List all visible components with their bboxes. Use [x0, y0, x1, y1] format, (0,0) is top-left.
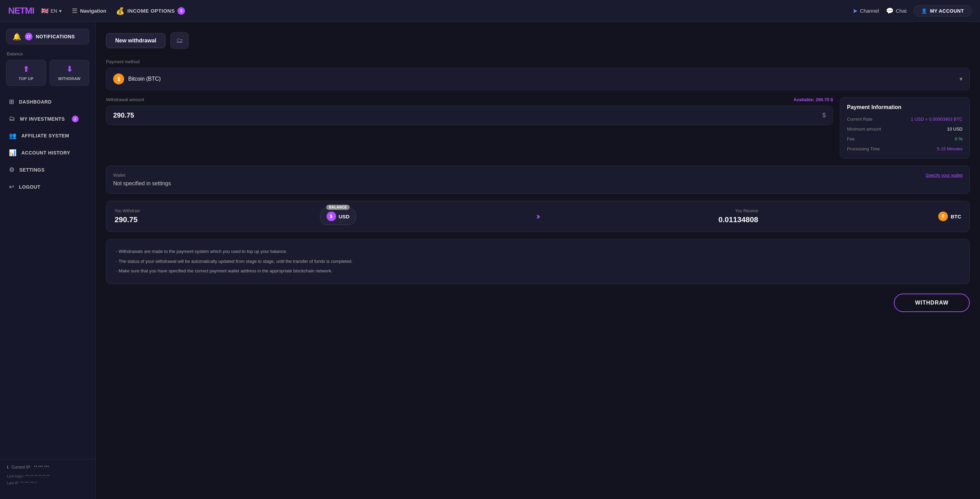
arrow-up-icon: ⬆ [23, 65, 29, 74]
tabs: New withdrawal 🗂 [106, 32, 970, 49]
withdrawal-amount-section: Withdrawal amount Available: 290.75 $ 29… [106, 97, 833, 125]
btc-icon: ₿ [938, 211, 948, 221]
top-up-button[interactable]: ⬆ TOP UP [6, 60, 46, 86]
processing-time-label: Processing Time [847, 146, 880, 151]
processing-time-value: 5-15 Minutes [937, 146, 963, 151]
sidebar-item-my-investments[interactable]: 🗂 MY INVESTMENTS 2 [3, 111, 92, 126]
menu-icon: ☰ [72, 7, 77, 15]
notifications-button[interactable]: 🔔 17 NOTIFICATIONS [6, 29, 89, 44]
main-content: New withdrawal 🗂 Payment method ₿ Bitcoi… [96, 22, 980, 499]
fee-row: Fee 0 % [847, 137, 963, 141]
chat-icon: 💬 [886, 7, 894, 15]
sidebar-item-label: ACCOUNT HISTORY [22, 150, 70, 156]
you-withdraw-value: 290.75 [115, 215, 140, 224]
investments-icon: 🗂 [9, 115, 15, 122]
payment-info-card: Payment Information Current Rate 1 USD =… [840, 97, 970, 159]
sidebar-item-label: LOGOUT [19, 184, 41, 190]
current-rate-row: Current Rate 1 USD = 0.00003903 BTC [847, 116, 963, 122]
withdraw-submit-button[interactable]: WITHDRAW [894, 294, 970, 312]
send-icon: ➤ [853, 7, 858, 15]
logout-icon: ↩ [9, 183, 14, 191]
history-tab-icon[interactable]: 🗂 [170, 32, 189, 49]
income-icon: 💰 [116, 7, 125, 15]
wallet-value: Not specified in settings [113, 180, 963, 187]
you-withdraw-section: You Withdraw 290.75 [115, 208, 140, 224]
sidebar-item-label: MY INVESTMENTS [20, 116, 65, 122]
payment-method-select[interactable]: ₿ Bitcoin (BTC) ▾ [106, 68, 970, 90]
nav-menu: ⊞ DASHBOARD 🗂 MY INVESTMENTS 2 👥 AFFILIA… [0, 94, 95, 459]
sidebar-footer: ℹ Current IP: **.***.***. Last login: **… [0, 459, 95, 492]
usd-label: USD [339, 214, 350, 219]
you-receive-value: 0.01134808 [718, 215, 758, 224]
you-receive-section: You Receive 0.01134808 [718, 208, 758, 224]
usd-icon: $ [326, 211, 336, 221]
chat-button[interactable]: 💬 Chat [886, 7, 907, 15]
current-rate-label: Current Rate [847, 116, 872, 122]
income-options-button[interactable]: 💰 INCOME OPTIONS 3 [116, 7, 185, 15]
investments-badge: 2 [72, 116, 79, 122]
info-icon: ℹ [7, 465, 8, 470]
bell-icon: 🔔 [13, 32, 22, 41]
navigation-button[interactable]: ☰ Navigation [72, 7, 107, 15]
conversion-box: You Withdraw 290.75 BALANCE $ USD ››› Yo… [106, 200, 970, 232]
current-ip: ℹ Current IP: **.***.***. [7, 465, 89, 470]
wallet-card: Wallet Specify your wallet Not specified… [106, 165, 970, 194]
sidebar: 🔔 17 NOTIFICATIONS Balance ⬆ TOP UP ⬇ WI… [0, 22, 96, 499]
available-amount: Available: 290.75 $ [794, 97, 833, 102]
info-item-3: Make sure that you have specified the co… [116, 266, 960, 276]
minimum-amount-label: Minimum amount [847, 126, 881, 132]
sidebar-item-label: DASHBOARD [19, 99, 52, 105]
nav-label: Navigation [80, 8, 107, 14]
dashboard-icon: ⊞ [9, 98, 14, 106]
btc-currency-badge: ₿ BTC [938, 211, 961, 221]
header-right: ➤ Channel 💬 Chat 👤 MY ACCOUNT [853, 5, 972, 17]
my-account-button[interactable]: 👤 MY ACCOUNT [913, 5, 972, 17]
withdraw-label: WITHDRAW [58, 76, 81, 81]
tab-new-withdrawal[interactable]: New withdrawal [106, 33, 165, 48]
logo: NETMI [8, 5, 34, 16]
withdraw-button[interactable]: ⬇ WITHDRAW [49, 60, 89, 86]
flag-icon: 🇬🇧 [41, 7, 49, 15]
sidebar-item-affiliate-system[interactable]: 👥 AFFILIATE SYSTEM [3, 128, 92, 143]
you-receive-label: You Receive [735, 208, 758, 213]
chevron-down-icon: ▾ [59, 8, 62, 14]
chevron-down-icon: ▾ [959, 75, 963, 83]
current-rate-value: 1 USD = 0.00003903 BTC [911, 116, 963, 122]
income-badge: 3 [177, 7, 185, 15]
sidebar-item-settings[interactable]: ⚙ SETTINGS [3, 162, 92, 178]
info-list: Withdrawals are made to the payment syst… [106, 239, 970, 284]
top-up-label: TOP UP [19, 76, 33, 81]
sidebar-item-logout[interactable]: ↩ LOGOUT [3, 179, 92, 195]
payment-method-label: Payment method [106, 59, 970, 64]
wallet-label: Wallet [113, 173, 126, 178]
dollar-icon: $ [822, 112, 826, 119]
lang-selector[interactable]: 🇬🇧 EN ▾ [41, 7, 62, 15]
you-withdraw-label: You Withdraw [115, 208, 140, 213]
btc-label: BTC [951, 214, 961, 219]
amount-input-box[interactable]: 290.75 $ [106, 106, 833, 125]
layout: 🔔 17 NOTIFICATIONS Balance ⬆ TOP UP ⬇ WI… [0, 0, 980, 499]
user-icon: 👤 [921, 8, 928, 14]
notifications-label: NOTIFICATIONS [36, 34, 75, 39]
header: NETMI 🇬🇧 EN ▾ ☰ Navigation 💰 INCOME OPTI… [0, 0, 980, 22]
sidebar-item-label: SETTINGS [19, 167, 45, 173]
info-item-1: Withdrawals are made to the payment syst… [116, 247, 960, 257]
notifications-badge: 17 [25, 33, 32, 40]
balance-badge: BALANCE [326, 205, 350, 210]
specify-wallet-link[interactable]: Specify your wallet [926, 173, 963, 178]
payment-method-value: Bitcoin (BTC) [128, 76, 955, 82]
my-account-label: MY ACCOUNT [930, 8, 964, 14]
balance-actions: ⬆ TOP UP ⬇ WITHDRAW [0, 60, 95, 86]
usd-currency-badge: BALANCE $ USD [320, 208, 356, 225]
channel-button[interactable]: ➤ Channel [853, 7, 879, 15]
sidebar-item-account-history[interactable]: 📊 ACCOUNT HISTORY [3, 145, 92, 161]
minimum-amount-row: Minimum amount 10 USD [847, 126, 963, 132]
fee-label: Fee [847, 137, 854, 141]
minimum-amount-value: 10 USD [947, 126, 963, 132]
left-column: Withdrawal amount Available: 290.75 $ 29… [106, 97, 833, 159]
balance-label: Balance [0, 51, 95, 56]
withdrawal-amount-label: Withdrawal amount [106, 97, 144, 102]
sidebar-item-dashboard[interactable]: ⊞ DASHBOARD [3, 94, 92, 110]
processing-time-row: Processing Time 5-15 Minutes [847, 146, 963, 151]
login-info: Last login: ***-**-** **:**:** Last IP: … [7, 473, 89, 487]
